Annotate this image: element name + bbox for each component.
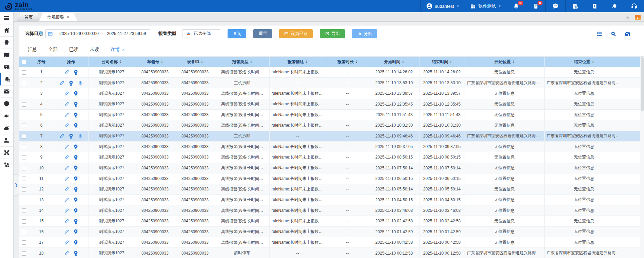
- sidebar-item-mail[interactable]: [0, 86, 13, 98]
- edit-icon[interactable]: [64, 240, 69, 245]
- favorite-star-icon[interactable]: ★: [625, 14, 630, 21]
- locate-icon[interactable]: [69, 133, 74, 139]
- locate-icon[interactable]: [73, 123, 78, 128]
- col-header-plate[interactable]: 车箱号▲▼: [135, 57, 175, 67]
- locate-icon[interactable]: [73, 112, 78, 117]
- table-row[interactable]: 5测试演示1027804250900033804250900033离线报警(设备…: [19, 109, 644, 120]
- row-checkbox[interactable]: [22, 102, 26, 107]
- sidebar-item-settings[interactable]: [0, 110, 13, 122]
- row-checkbox[interactable]: [22, 187, 26, 192]
- favorites-folder-icon[interactable]: ★: [635, 15, 641, 20]
- edit-icon[interactable]: [59, 133, 64, 139]
- edit-icon[interactable]: [64, 165, 69, 170]
- row-checkbox[interactable]: [22, 230, 26, 234]
- col-header-duration[interactable]: 报警时长▲▼: [326, 57, 369, 67]
- export-button[interactable]: 导出: [320, 29, 345, 38]
- sidebar-menu-toggle[interactable]: [0, 12, 13, 24]
- sidebar-item-network[interactable]: [0, 147, 13, 159]
- window-tab-home[interactable]: 首页: [16, 13, 41, 21]
- edit-icon[interactable]: [64, 102, 69, 107]
- table-row[interactable]: 9测试演示1027804250900033804250900033离线报警(设备…: [19, 152, 644, 163]
- date-range-input[interactable]: 2025-10-29 00:00:00 - 2025-11-27 23:59:5…: [45, 29, 150, 38]
- close-tab-icon[interactable]: ×: [67, 15, 70, 19]
- edit-icon[interactable]: [64, 123, 69, 128]
- row-checkbox[interactable]: [22, 124, 26, 128]
- task-log-button[interactable]: [565, 0, 585, 12]
- sort-arrows-icon[interactable]: ▲▼: [402, 60, 404, 63]
- alarm-type-select[interactable]: 已选全部: [182, 29, 220, 38]
- col-header-company[interactable]: 公司名称▲▼: [88, 57, 135, 67]
- mark-read-button[interactable]: 设为已读: [279, 29, 313, 38]
- locate-icon[interactable]: [73, 155, 78, 160]
- attach-icon[interactable]: [78, 80, 83, 86]
- row-checkbox[interactable]: [22, 145, 26, 149]
- sort-arrows-icon[interactable]: ▲▼: [450, 60, 452, 63]
- sort-arrows-icon[interactable]: ▲▼: [355, 60, 357, 63]
- locate-icon[interactable]: [73, 176, 78, 181]
- row-checkbox[interactable]: [22, 92, 26, 96]
- sort-arrows-icon[interactable]: ▲▼: [512, 60, 514, 63]
- close-subtab-icon[interactable]: ×: [122, 47, 125, 52]
- sidebar-item-users[interactable]: [0, 134, 13, 147]
- table-row[interactable]: 11测试演示1027804250900033804250900033离线报警(设…: [19, 173, 644, 184]
- table-row[interactable]: 6测试演示1027804250900033804250900033离线报警(设备…: [19, 120, 644, 131]
- edit-icon[interactable]: [64, 219, 69, 224]
- locate-icon[interactable]: [73, 240, 78, 245]
- schedule-button[interactable]: 8: [526, 0, 545, 12]
- row-checkbox[interactable]: [22, 70, 26, 75]
- sort-arrows-icon[interactable]: ▲▼: [306, 60, 308, 63]
- row-checkbox[interactable]: [22, 113, 26, 117]
- table-row[interactable]: 17测试演示1027804250900033804250900033离线报警(设…: [19, 237, 644, 248]
- row-checkbox[interactable]: [22, 81, 26, 85]
- scrollbar-thumb[interactable]: [641, 57, 644, 111]
- edit-icon[interactable]: [64, 70, 69, 75]
- sort-arrows-icon[interactable]: ▲▼: [201, 60, 203, 63]
- subtab-detail[interactable]: 详情×: [111, 47, 125, 56]
- subtab-unread[interactable]: 未读: [90, 47, 99, 56]
- table-row[interactable]: 2测试演示1027804250900033804250900033主机拆卸---…: [19, 77, 644, 88]
- subtab-summary[interactable]: 汇总: [28, 47, 37, 56]
- col-header-type[interactable]: 报警类型▲▼: [215, 57, 269, 67]
- table-row[interactable]: 16测试演示1027804250900033804250900033离线报警(设…: [19, 226, 644, 237]
- row-checkbox[interactable]: [22, 219, 26, 224]
- sort-arrows-icon[interactable]: ▲▼: [120, 60, 122, 63]
- edit-icon[interactable]: [64, 208, 69, 213]
- sidebar-item-map[interactable]: [0, 49, 13, 61]
- sidebar-item-plugins[interactable]: [0, 159, 13, 171]
- table-row[interactable]: 7测试演示1027804250900033804250900033主机拆卸---…: [19, 131, 644, 141]
- locate-icon[interactable]: [73, 219, 78, 224]
- table-row[interactable]: 8测试演示1027804250900033804250900033离线报警(设备…: [19, 141, 644, 152]
- locate-icon[interactable]: [73, 187, 78, 192]
- col-header-endloc[interactable]: 结束位置▲▼: [544, 57, 624, 67]
- sidebar-item-monitor[interactable]: [0, 37, 13, 49]
- table-row[interactable]: 1测试演示1027804250900033804250900033离线报警(设备…: [19, 67, 644, 77]
- query-button[interactable]: 查询: [228, 29, 246, 38]
- table-row[interactable]: 14测试演示1027804250900033804250900033离线报警(设…: [19, 205, 644, 216]
- billing-button[interactable]: [585, 0, 604, 12]
- locate-icon[interactable]: [73, 208, 78, 213]
- table-row[interactable]: 12测试演示1027804250900033804250900033离线报警(设…: [19, 184, 644, 195]
- locate-icon[interactable]: [73, 91, 78, 96]
- locate-icon[interactable]: [73, 251, 78, 256]
- mail-export-icon[interactable]: [624, 31, 630, 37]
- notifications-button[interactable]: 35: [506, 0, 526, 12]
- edit-icon[interactable]: [64, 91, 69, 96]
- analyze-button[interactable]: 分析: [352, 29, 377, 38]
- messages-button[interactable]: [545, 0, 565, 12]
- sidebar-item-security[interactable]: [0, 98, 13, 110]
- sort-arrows-icon[interactable]: ▲▼: [250, 60, 252, 63]
- subtab-read[interactable]: 已读: [69, 47, 78, 56]
- org-menu[interactable]: 软件测试 ▾: [464, 0, 506, 12]
- subtab-all[interactable]: 全部: [48, 47, 58, 56]
- locate-icon[interactable]: [69, 80, 74, 86]
- edit-icon[interactable]: [64, 197, 69, 202]
- list-view-icon[interactable]: [596, 31, 603, 37]
- reset-button[interactable]: 重置: [253, 29, 272, 38]
- sidebar-item-vehicle[interactable]: [0, 61, 13, 73]
- panel-expander[interactable]: ❯: [14, 174, 19, 196]
- edit-icon[interactable]: [64, 176, 69, 181]
- settings-gear-icon[interactable]: [610, 31, 617, 37]
- edit-icon[interactable]: [64, 112, 69, 117]
- window-tab-regular-alarm[interactable]: 常规报警×: [39, 13, 78, 21]
- edit-icon[interactable]: [64, 144, 69, 149]
